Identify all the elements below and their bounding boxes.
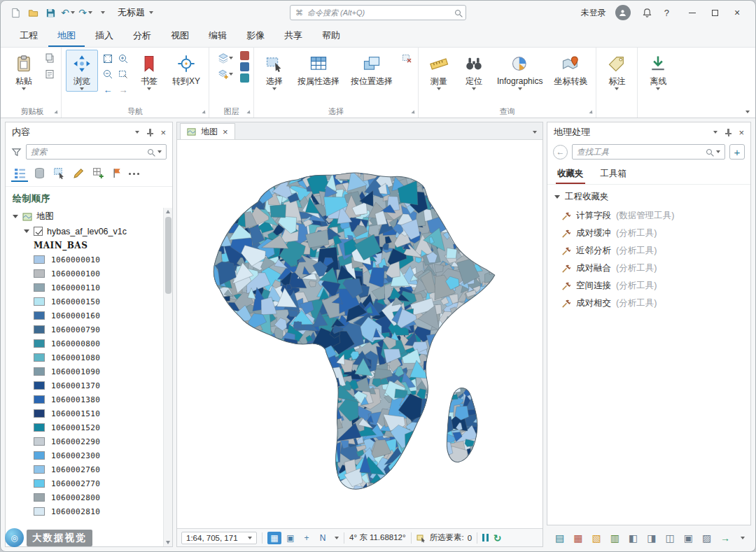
sign-in-status[interactable]: 未登录	[581, 7, 606, 19]
labeling-button[interactable]: 标注	[601, 50, 633, 92]
legend-item[interactable]: 1060002770	[6, 476, 172, 490]
snapping-icon[interactable]: ▣	[284, 532, 298, 544]
new-project-icon[interactable]	[8, 4, 23, 21]
project-favorites-group[interactable]: 工程收藏夹	[547, 185, 750, 207]
select-by-location-button[interactable]: 按位置选择	[346, 50, 397, 87]
tab-list-icon[interactable]	[533, 131, 537, 134]
list-by-drawing-order-icon[interactable]	[11, 165, 28, 182]
scroll-down-icon[interactable]	[166, 541, 170, 544]
undo-icon[interactable]: ↶	[60, 4, 76, 21]
expander-icon[interactable]	[24, 229, 29, 233]
contents-pane-icon[interactable]: ▤	[555, 533, 564, 543]
ribbon-tab-insert[interactable]: 插入	[86, 26, 122, 47]
run-status-icon[interactable]: →	[720, 533, 730, 543]
tab-toolboxes[interactable]: 工具箱	[599, 165, 629, 184]
back-icon[interactable]: ←	[553, 145, 568, 160]
layout-pane-icon[interactable]: ◧	[629, 533, 638, 543]
add-data-icon[interactable]	[214, 67, 237, 81]
pan-crosshair-icon[interactable]: +	[300, 532, 314, 544]
maximize-button[interactable]	[704, 3, 726, 22]
geoprocessing-tool-item[interactable]: 计算字段 (数据管理工具)	[547, 207, 750, 225]
legend-item[interactable]: 1060001370	[6, 378, 172, 392]
close-button[interactable]: ×	[726, 3, 748, 22]
contents-search-box[interactable]	[26, 144, 167, 160]
legend-item[interactable]: 1060000010	[6, 253, 172, 267]
legend-item[interactable]: 1060000800	[6, 337, 172, 351]
geoprocessing-tool-item[interactable]: 成对相交 (分析工具)	[547, 295, 750, 312]
add-preset-icon[interactable]	[240, 51, 249, 60]
scrollbar-thumb[interactable]	[165, 217, 172, 294]
fixed-zoom-out-icon[interactable]	[101, 67, 115, 81]
add-tool-icon[interactable]: +	[729, 144, 745, 160]
filter-funnel-icon[interactable]	[11, 147, 22, 157]
legend-item[interactable]: 1060000160	[6, 309, 172, 323]
legend-item[interactable]: 1060002760	[6, 462, 172, 476]
search-options-icon[interactable]	[158, 150, 162, 153]
copy-icon[interactable]	[43, 51, 57, 65]
ribbon-tab-project[interactable]: 工程	[10, 26, 47, 47]
full-extent-icon[interactable]	[101, 52, 115, 66]
previous-extent-icon[interactable]: ←	[101, 83, 115, 97]
find-tools-search-box[interactable]	[572, 144, 725, 160]
basemap-icon[interactable]	[214, 51, 237, 65]
dialog-launcher-icon[interactable]	[589, 110, 594, 115]
contents-scrollbar[interactable]	[163, 208, 172, 546]
account-avatar[interactable]	[615, 5, 631, 20]
find-tools-input[interactable]	[577, 148, 702, 156]
zoom-to-selection-icon[interactable]	[116, 67, 130, 81]
tree-item-layer[interactable]: hybas_af_lev06_v1c	[6, 224, 172, 239]
notifications-pane-icon[interactable]: ▨	[702, 533, 711, 543]
print-icon[interactable]: ◨	[647, 533, 656, 543]
contents-search-input[interactable]	[31, 148, 144, 156]
legend-item[interactable]: 1060002800	[6, 490, 172, 504]
command-search[interactable]: ⌘	[290, 5, 466, 20]
legend-item[interactable]: 1060001510	[6, 406, 172, 420]
python-window-icon[interactable]: ◫	[665, 533, 674, 543]
ribbon-tab-edit[interactable]: 编辑	[200, 26, 236, 47]
more-options-icon[interactable]	[129, 173, 131, 175]
close-tab-icon[interactable]: ×	[223, 127, 228, 137]
close-pane-icon[interactable]: ×	[738, 127, 744, 138]
map-view-tab[interactable]: 地图 ×	[180, 123, 235, 139]
select-button[interactable]: 选择	[258, 50, 290, 92]
customize-qat-icon[interactable]	[95, 4, 111, 21]
close-pane-icon[interactable]: ×	[160, 127, 166, 138]
list-by-data-source-icon[interactable]	[31, 165, 48, 182]
ribbon-tab-imagery[interactable]: 影像	[237, 26, 274, 47]
ribbon-tab-map[interactable]: 地图	[48, 26, 85, 47]
legend-item[interactable]: 1060000790	[6, 323, 172, 337]
save-icon[interactable]	[43, 4, 58, 21]
expander-icon[interactable]	[554, 195, 560, 199]
list-by-labeling-icon[interactable]	[109, 165, 126, 182]
convert-coordinates-button[interactable]: 坐标转换	[550, 50, 592, 87]
measure-button[interactable]: 测量	[423, 50, 455, 92]
bookmarks-button[interactable]: 书签	[133, 50, 165, 92]
geoprocessing-tool-item[interactable]: 近邻分析 (分析工具)	[547, 242, 750, 260]
legend-item[interactable]: 1060001090	[6, 365, 172, 378]
north-arrow-icon[interactable]: N	[316, 532, 330, 544]
add-arcade-icon[interactable]	[240, 73, 249, 83]
ribbon-tab-share[interactable]: 共享	[275, 26, 312, 47]
symbology-pane-icon[interactable]: ▧	[592, 533, 601, 543]
legend-item[interactable]: 1060000110	[6, 281, 172, 295]
map-canvas[interactable]	[177, 140, 542, 528]
open-project-icon[interactable]	[25, 4, 41, 21]
redo-icon[interactable]: ↷	[78, 4, 93, 21]
expander-icon[interactable]	[13, 215, 18, 218]
next-extent-icon[interactable]: →	[116, 83, 130, 97]
geoprocessing-tool-item[interactable]: 成对缓冲 (分析工具)	[547, 225, 750, 242]
pin-icon[interactable]	[724, 129, 732, 136]
legend-item[interactable]: 1060000100	[6, 267, 172, 281]
select-features-icon[interactable]: ▦	[267, 532, 281, 544]
notifications-bell-icon[interactable]	[640, 4, 655, 21]
goto-xy-button[interactable]: 转到XY	[168, 50, 204, 87]
task-pane-icon[interactable]: ▣	[684, 533, 693, 543]
legend-item[interactable]: 1060002810	[6, 504, 172, 518]
explore-button[interactable]: 浏览	[66, 50, 98, 92]
catalog-pane-icon[interactable]: ▦	[573, 533, 582, 543]
attribute-table-icon[interactable]: ▥	[610, 533, 620, 543]
geoprocessing-tool-item[interactable]: 空间连接 (分析工具)	[547, 277, 750, 295]
command-search-input[interactable]	[307, 8, 451, 17]
legend-item[interactable]: 1060002290	[6, 434, 172, 448]
copy-path-icon[interactable]	[43, 67, 57, 81]
